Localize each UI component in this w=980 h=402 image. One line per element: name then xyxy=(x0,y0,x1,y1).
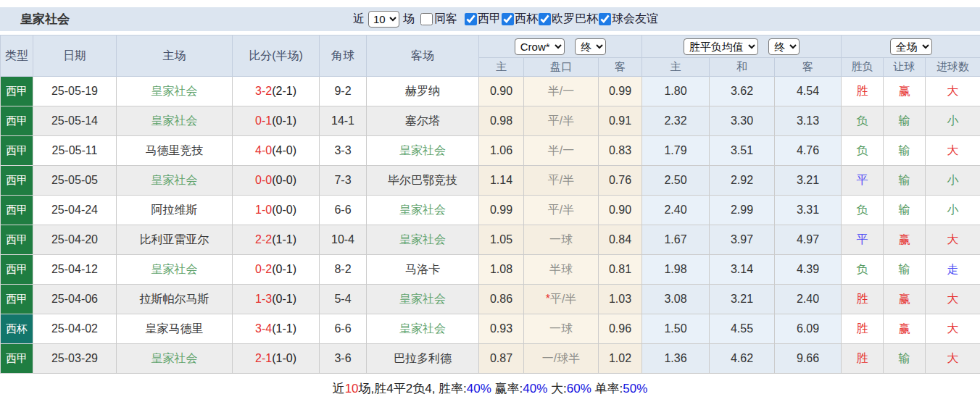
home-team-link[interactable]: 阿拉维斯 xyxy=(117,196,233,225)
home-team-link[interactable]: 比利亚雷亚尔 xyxy=(117,225,233,255)
filter-europa-label: 欧罗巴杯 xyxy=(552,12,598,27)
home-team-link[interactable]: 皇家马德里 xyxy=(117,314,233,344)
away-team-link[interactable]: 皇家社会 xyxy=(367,136,479,166)
recent-count-select[interactable]: 10 xyxy=(368,11,399,28)
match-date: 25-04-02 xyxy=(33,314,117,344)
eu-draw-odds: 3.21 xyxy=(710,285,775,314)
filter-copa-checkbox[interactable] xyxy=(502,13,514,25)
home-team-link[interactable]: 皇家社会 xyxy=(117,106,233,136)
away-team-link[interactable]: 塞尔塔 xyxy=(367,106,479,136)
eu-away-odds: 4.97 xyxy=(775,225,842,255)
ah-odds-group-header: Crow* 终 xyxy=(479,35,642,58)
fulltime-score: 4-0 xyxy=(255,144,272,156)
away-team-link[interactable]: 马洛卡 xyxy=(367,255,479,285)
ah-away-odds: 1.03 xyxy=(599,285,642,314)
halftime-score: (0-0) xyxy=(272,204,296,216)
col-header-home: 主场 xyxy=(117,35,233,77)
away-team-link[interactable]: 皇家社会 xyxy=(367,285,479,314)
eu-home-odds: 3.08 xyxy=(642,285,710,314)
eu-time-select[interactable]: 终 xyxy=(768,38,800,55)
summary-segment: 单率: xyxy=(591,382,623,395)
away-team-link[interactable]: 皇家社会 xyxy=(367,225,479,255)
ah-time-select[interactable]: 终 xyxy=(575,38,606,55)
result-wdl: 负 xyxy=(842,196,884,225)
eu-draw-odds: 3.30 xyxy=(710,106,775,136)
eu-home-odds: 1.50 xyxy=(642,314,710,344)
filter-laliga-checkbox[interactable] xyxy=(465,13,477,25)
away-team-link[interactable]: 皇家社会 xyxy=(367,196,479,225)
handicap-text: 平/半 xyxy=(548,174,574,186)
col-header-corner: 角球 xyxy=(320,35,367,77)
away-team-link[interactable]: 赫罗纳 xyxy=(367,77,479,106)
filter-friendly-checkbox[interactable] xyxy=(599,13,611,25)
ah-company-select[interactable]: Crow* xyxy=(515,38,565,55)
result-wdl: 平 xyxy=(842,225,884,255)
result-overunder: 小 xyxy=(926,196,980,225)
ah-handicap-line: 平/半 xyxy=(524,106,599,136)
match-date: 25-05-11 xyxy=(33,136,117,166)
home-team-link[interactable]: 拉斯帕尔马斯 xyxy=(117,285,233,314)
eu-home-odds: 1.36 xyxy=(642,344,710,374)
corner-count: 3-6 xyxy=(320,344,367,374)
league-type-badge: 西甲 xyxy=(1,255,33,285)
league-type-badge: 西杯 xyxy=(1,314,33,344)
handicap-text: 半/一 xyxy=(548,144,574,156)
eu-draw-odds: 3.97 xyxy=(710,225,775,255)
away-team-link[interactable]: 巴拉多利德 xyxy=(367,344,479,374)
ah-handicap-line: 一球 xyxy=(524,225,599,255)
match-date: 25-04-20 xyxy=(33,225,117,255)
ah-home-odds: 0.99 xyxy=(479,196,524,225)
home-team-link[interactable]: 皇家社会 xyxy=(117,255,233,285)
col-header-ah-home: 主 xyxy=(479,58,524,77)
handicap-text: 平/半 xyxy=(550,293,576,305)
result-handicap: 输 xyxy=(884,106,926,136)
eu-draw-odds: 3.62 xyxy=(710,77,775,106)
corner-count: 14-1 xyxy=(320,106,367,136)
corner-count: 6-6 xyxy=(320,196,367,225)
home-team-link[interactable]: 皇家社会 xyxy=(117,77,233,106)
home-team-link[interactable]: 皇家社会 xyxy=(117,166,233,196)
ah-home-odds: 0.86 xyxy=(479,285,524,314)
same-away-checkbox[interactable] xyxy=(420,13,433,25)
match-date: 25-04-24 xyxy=(33,196,117,225)
away-team-link[interactable]: 皇家社会 xyxy=(367,314,479,344)
away-team-link[interactable]: 毕尔巴鄂竞技 xyxy=(367,166,479,196)
result-handicap: 赢 xyxy=(884,314,926,344)
result-overunder: 大 xyxy=(926,136,980,166)
fulltime-score: 2-1 xyxy=(255,352,272,364)
ah-handicap-line: 平/半 xyxy=(524,196,599,225)
eu-away-odds: 2.40 xyxy=(775,285,842,314)
ah-home-odds: 0.90 xyxy=(479,77,524,106)
score-cell: 0-0(0-0) xyxy=(233,166,320,196)
result-overunder: 大 xyxy=(926,285,980,314)
eu-away-odds: 4.54 xyxy=(775,77,842,106)
ah-home-odds: 0.93 xyxy=(479,314,524,344)
ah-home-odds: 1.14 xyxy=(479,166,524,196)
col-header-away: 客场 xyxy=(367,35,479,77)
result-handicap: 输 xyxy=(884,255,926,285)
fulltime-score: 1-3 xyxy=(255,293,272,305)
same-away-label: 同客 xyxy=(434,12,457,27)
corner-count: 6-6 xyxy=(320,314,367,344)
col-header-result-wdl: 胜负 xyxy=(842,58,884,77)
league-type-badge: 西甲 xyxy=(1,225,33,255)
result-scope-select[interactable]: 全场 xyxy=(890,38,932,55)
result-wdl: 胜 xyxy=(842,314,884,344)
home-team-link[interactable]: 皇家社会 xyxy=(117,344,233,374)
score-cell: 0-2(0-1) xyxy=(233,255,320,285)
ah-handicap-line: 一/球半 xyxy=(524,344,599,374)
table-row: 西甲 25-03-29 皇家社会 2-1(1-0) 3-6 巴拉多利德 0.87… xyxy=(1,344,980,374)
filter-europa-checkbox[interactable] xyxy=(539,13,551,25)
col-header-eu-away: 客 xyxy=(775,58,842,77)
eu-company-select[interactable]: 胜平负均值 xyxy=(684,38,758,55)
summary-segment: 场,胜4平2负4, 胜率: xyxy=(359,382,467,395)
handicap-text: 一球 xyxy=(549,233,573,246)
eu-away-odds: 9.66 xyxy=(775,344,842,374)
halftime-score: (0-0) xyxy=(272,174,296,186)
eu-draw-odds: 2.99 xyxy=(710,196,775,225)
home-team-link[interactable]: 马德里竞技 xyxy=(117,136,233,166)
table-row: 西甲 25-05-05 皇家社会 0-0(0-0) 7-3 毕尔巴鄂竞技 1.1… xyxy=(1,166,980,196)
ah-home-odds: 1.08 xyxy=(479,255,524,285)
match-date: 25-05-19 xyxy=(33,77,117,106)
result-overunder: 大 xyxy=(926,225,980,255)
